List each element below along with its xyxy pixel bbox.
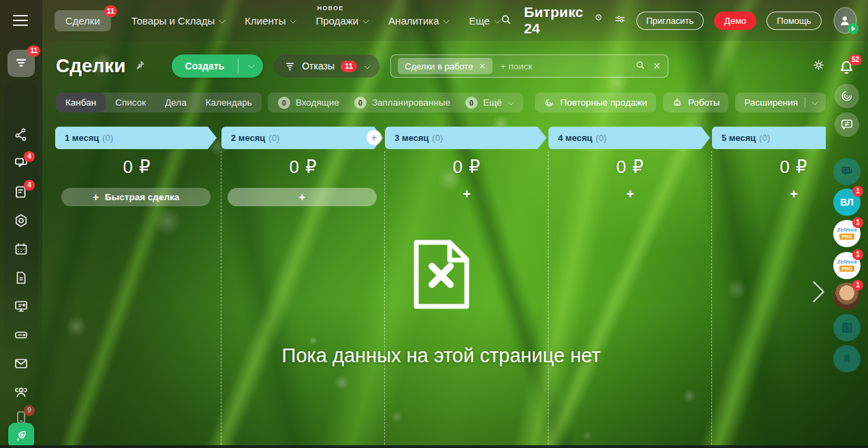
menu-item-more[interactable]: Еще — [469, 15, 499, 27]
tab-calendar[interactable]: Календарь — [196, 93, 262, 112]
stage-count: (0) — [759, 133, 770, 143]
board-settings-gear[interactable] — [811, 58, 826, 75]
no-data-document-icon — [412, 238, 471, 310]
sidebar-item-documents[interactable] — [13, 270, 29, 286]
stage-header[interactable]: 4 месяц (0) — [548, 127, 710, 149]
spiral-icon — [544, 97, 555, 108]
add-stage-button[interactable]: + — [367, 130, 382, 145]
sidebar-item-network[interactable] — [13, 127, 29, 143]
menu-item-label: Сделки — [65, 15, 100, 27]
quick-deal-label: Быстрая сделка — [105, 192, 179, 202]
rejections-filter-button[interactable]: Отказы 11 — [274, 54, 379, 78]
search-icon[interactable] — [634, 59, 646, 74]
view-controls-row: Канбан Список Дела Календарь 0 Входящие … — [56, 93, 826, 112]
rocket-icon — [14, 428, 29, 443]
bitrix24-logo[interactable]: Битрикс 24 — [524, 4, 602, 37]
sidebar-item-calendar[interactable] — [13, 241, 29, 257]
chat-avatar-zenova-1[interactable]: ZeNova PRO 1 — [833, 220, 861, 247]
chat-sync-button[interactable] — [835, 112, 859, 137]
counter-label: Входящие — [296, 97, 339, 108]
tab-activities[interactable]: Дела — [155, 93, 196, 112]
help-button[interactable]: Помощь — [766, 12, 821, 30]
add-deal-button[interactable]: + — [228, 188, 377, 206]
counter-value: 0 — [354, 97, 367, 109]
counter-more[interactable]: 0 Ещё — [465, 97, 513, 109]
zenova-logo-text: ZeNova — [837, 227, 857, 233]
chevron-down-icon — [811, 99, 818, 106]
search-clear-icon[interactable]: ✕ — [653, 61, 661, 71]
search-filter-chip[interactable]: Сделки в работе ✕ — [398, 58, 493, 74]
menu-item-products[interactable]: Товары и Склады — [131, 15, 225, 27]
stage-header[interactable]: 2 месяц (0) — [221, 127, 383, 149]
spiral-icon — [839, 89, 854, 103]
demo-button[interactable]: Демо — [714, 12, 756, 30]
sidebar-item-messenger[interactable]: 4 — [13, 155, 29, 172]
stage-header[interactable]: 1 месяц (0) — [55, 127, 217, 149]
chevron-down-icon — [364, 62, 371, 69]
chevron-down-icon — [219, 16, 226, 23]
stage-sum: 0 ₽ — [55, 157, 219, 178]
chat-avatar-vl[interactable]: ВЛ 1 — [833, 189, 861, 216]
menu-item-sales[interactable]: НОВОЕ Продажи — [315, 15, 368, 27]
repeat-sales-button[interactable]: Повторные продажи — [535, 93, 656, 112]
chip-remove-icon[interactable]: ✕ — [479, 62, 485, 71]
saved-messages-avatar[interactable] — [833, 345, 861, 372]
news-icon — [840, 321, 854, 335]
chip-label: Сделки в работе — [405, 61, 473, 71]
menu-item-deals[interactable]: Сделки 11 — [55, 10, 111, 31]
kanban-board: 1 месяц (0) 0 ₽ + Быстрая сделка 2 месяц… — [0, 127, 868, 448]
news-channel-avatar[interactable] — [833, 314, 861, 341]
sidebar-item-marketing[interactable] — [13, 298, 29, 315]
create-deal-button[interactable]: Создать — [172, 54, 238, 78]
search-icon[interactable] — [499, 13, 512, 29]
counter-incoming[interactable]: 0 Входящие — [278, 97, 339, 109]
stage-header[interactable]: 3 месяц (0) — [385, 127, 546, 149]
hamburger-menu-icon[interactable] — [0, 20, 41, 21]
quick-deal-button[interactable]: + Быстрая сделка — [61, 188, 211, 206]
messenger-badge: 4 — [24, 151, 35, 162]
stage-header[interactable]: 5 месяц (0) — [712, 127, 826, 149]
menu-item-analytics[interactable]: Аналитика — [388, 15, 448, 27]
sliders-icon[interactable] — [614, 13, 626, 28]
invite-button[interactable]: Пригласить — [636, 12, 704, 30]
extensions-button[interactable]: Расширения — [735, 93, 826, 112]
sidebar-item-groups[interactable] — [13, 384, 29, 400]
counter-planned[interactable]: 0 Запланированные — [354, 97, 450, 109]
search-input[interactable] — [499, 61, 628, 72]
bell-badge: 52 — [849, 54, 862, 65]
chat-bubble-icon — [839, 164, 854, 179]
menu-item-clients[interactable]: Клиенты — [245, 15, 295, 27]
sidebar-item-tasks[interactable]: 4 — [13, 184, 29, 200]
action-label: Расширения — [744, 97, 798, 108]
board-actions: Повторные продажи Роботы Расширения — [535, 93, 826, 112]
chat-avatar[interactable] — [833, 158, 861, 185]
sidebar-item-launchpad[interactable] — [8, 423, 34, 448]
sidebar-item-sites[interactable] — [13, 212, 29, 229]
robots-button[interactable]: Роботы — [663, 93, 729, 112]
pin-icon[interactable] — [134, 59, 146, 74]
add-deal-button[interactable]: + — [385, 187, 548, 202]
deals-count-badge: 11 — [104, 5, 117, 17]
sidebar-item-crm[interactable]: 11 — [7, 50, 35, 77]
user-avatar[interactable] — [835, 8, 856, 33]
crm-badge: 11 — [27, 46, 40, 57]
chat-avatar-photo[interactable]: 1 — [833, 283, 861, 310]
bottom-edge-bar — [0, 445, 868, 448]
sidebar-item-mail[interactable] — [13, 355, 29, 372]
avatar-badge: 1 — [852, 280, 863, 291]
notifications-bell[interactable]: 52 — [837, 59, 856, 78]
deals-search-bar[interactable]: Сделки в работе ✕ ✕ — [390, 54, 668, 78]
timeline-spiral-button[interactable] — [835, 84, 859, 108]
tab-kanban[interactable]: Канбан — [56, 93, 106, 112]
sidebar-item-drive[interactable] — [13, 327, 29, 343]
create-dropdown-button[interactable] — [238, 54, 263, 78]
view-tabs: Канбан Список Дела Календарь — [56, 93, 262, 112]
chat-avatar-zenova-2[interactable]: ZeNova PRO 1 — [833, 252, 861, 279]
filter-label: Отказы — [302, 61, 335, 71]
chat-arrows-icon — [839, 117, 854, 132]
stage-name: 2 месяц — [231, 133, 265, 143]
add-deal-button[interactable]: + — [548, 187, 712, 202]
tab-list[interactable]: Список — [106, 93, 155, 112]
counters-group: 0 Входящие 0 Запланированные 0 Ещё — [268, 93, 523, 112]
chevron-down-icon — [444, 16, 450, 23]
